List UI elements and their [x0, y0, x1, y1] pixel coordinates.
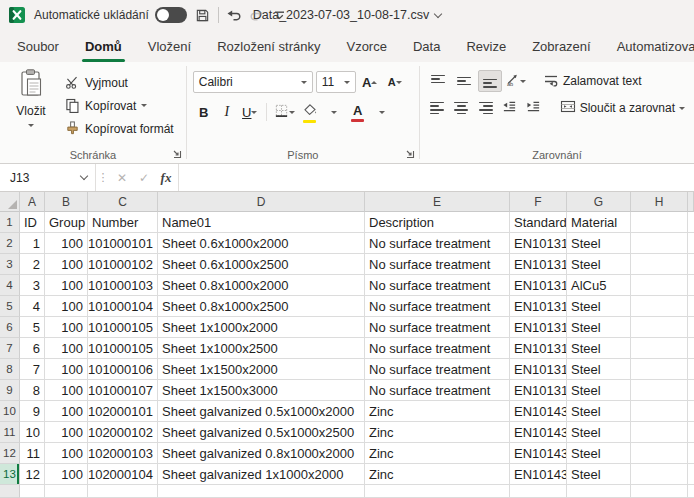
cell-D13[interactable]: Sheet galvanized 1x1000x2000 [158, 464, 365, 485]
cell-E9[interactable]: No surface treatment [365, 380, 510, 401]
cell-A12[interactable]: 11 [20, 443, 45, 464]
cell-E6[interactable]: No surface treatment [365, 317, 510, 338]
copy-dropdown-icon[interactable] [141, 104, 147, 110]
cell-A4[interactable]: 3 [20, 275, 45, 296]
cell-H1[interactable] [631, 212, 688, 233]
column-header-E[interactable]: E [365, 192, 510, 212]
cell-H2[interactable] [631, 233, 688, 254]
cell-H7[interactable] [631, 338, 688, 359]
cell-H10[interactable] [631, 401, 688, 422]
column-header-D[interactable]: D [158, 192, 365, 212]
cell-F13[interactable]: EN10143 [510, 464, 567, 485]
italic-button[interactable]: I [216, 100, 238, 124]
cell-G9[interactable]: Steel [567, 380, 631, 401]
cell-F12[interactable]: EN10143 [510, 443, 567, 464]
cell-F5[interactable]: EN10131 [510, 296, 567, 317]
tab-data[interactable]: Data [400, 30, 453, 62]
orientation-dropdown-icon[interactable] [520, 80, 526, 86]
tab-revize[interactable]: Revize [453, 30, 519, 62]
cell-E5[interactable]: No surface treatment [365, 296, 510, 317]
fill-color-dropdown[interactable] [323, 100, 345, 124]
cell-G5[interactable]: Steel [567, 296, 631, 317]
column-header-C[interactable]: C [88, 192, 158, 212]
cell-B7[interactable]: 100 [45, 338, 88, 359]
cell-B1[interactable]: Group [45, 212, 88, 233]
column-header-A[interactable]: A [20, 192, 45, 212]
cell-E7[interactable]: No surface treatment [365, 338, 510, 359]
cell-A5[interactable]: 4 [20, 296, 45, 317]
cell-F10[interactable]: EN10143 [510, 401, 567, 422]
cell-C12[interactable]: 102000103 [88, 443, 158, 464]
font-name-dropdown-icon[interactable] [301, 81, 307, 87]
autosave-control[interactable]: Automatické ukládání [34, 7, 187, 23]
cell-D14[interactable] [158, 485, 365, 498]
cell-B10[interactable]: 100 [45, 401, 88, 422]
underline-dropdown-icon[interactable] [251, 111, 257, 117]
cell-D7[interactable]: Sheet 1x1000x2500 [158, 338, 365, 359]
column-header-G[interactable]: G [567, 192, 631, 212]
cell-C9[interactable]: 101000107 [88, 380, 158, 401]
cell-H9[interactable] [631, 380, 688, 401]
cell-H6[interactable] [631, 317, 688, 338]
cell-C8[interactable]: 101000106 [88, 359, 158, 380]
row-header-12[interactable]: 12 [0, 443, 20, 464]
cell-B5[interactable]: 100 [45, 296, 88, 317]
row-header-9[interactable]: 9 [0, 380, 20, 401]
align-bottom-button[interactable] [478, 70, 502, 92]
cell-C5[interactable]: 101000104 [88, 296, 158, 317]
redo-icon[interactable] [249, 7, 265, 23]
wrap-text-button[interactable]: Zalamovat text [538, 70, 647, 92]
document-title-chevron-icon[interactable] [434, 9, 442, 17]
cell-C10[interactable]: 102000101 [88, 401, 158, 422]
cell-G12[interactable]: Steel [567, 443, 631, 464]
tab-soubor[interactable]: Soubor [4, 30, 72, 62]
cell-A14[interactable] [20, 485, 45, 498]
cell-G4[interactable]: AlCu5 [567, 275, 631, 296]
font-color-dropdown[interactable] [371, 100, 393, 124]
cell-F14[interactable] [510, 485, 567, 498]
cell-G11[interactable]: Steel [567, 422, 631, 443]
format-painter-button[interactable]: Kopírovat formát [60, 117, 178, 140]
cell-H8[interactable] [631, 359, 688, 380]
cell-E12[interactable]: Zinc [365, 443, 510, 464]
cell-G6[interactable]: Steel [567, 317, 631, 338]
font-size-combobox[interactable]: 11 [316, 71, 356, 93]
cell-D6[interactable]: Sheet 1x1000x2000 [158, 317, 365, 338]
cell-A9[interactable]: 8 [20, 380, 45, 401]
tab-zobrazeni[interactable]: Zobrazení [519, 30, 604, 62]
cell-H3[interactable] [631, 254, 688, 275]
row-header-6[interactable]: 6 [0, 317, 20, 338]
cell-D1[interactable]: Name01 [158, 212, 365, 233]
save-icon[interactable] [195, 7, 211, 23]
customize-qat-icon[interactable] [272, 7, 288, 23]
decrease-font-button[interactable]: A [384, 70, 406, 94]
select-all-corner[interactable] [0, 192, 20, 212]
fill-color-button[interactable] [298, 100, 322, 124]
cell-F3[interactable]: EN10131 [510, 254, 567, 275]
cell-H4[interactable] [631, 275, 688, 296]
cell-A1[interactable]: ID [20, 212, 45, 233]
row-header-13[interactable]: 13 [0, 464, 20, 485]
cell-F8[interactable]: EN10131 [510, 359, 567, 380]
cell-D11[interactable]: Sheet galvanized 0.5x1000x2500 [158, 422, 365, 443]
cell-A6[interactable]: 5 [20, 317, 45, 338]
undo-icon[interactable] [226, 7, 242, 23]
cell-B14[interactable] [45, 485, 88, 498]
column-header-B[interactable]: B [45, 192, 88, 212]
bold-button[interactable]: B [193, 100, 215, 124]
cell-E13[interactable]: Zinc [365, 464, 510, 485]
cell-G10[interactable]: Steel [567, 401, 631, 422]
paste-dropdown-icon[interactable] [28, 124, 34, 130]
borders-button[interactable] [272, 100, 297, 124]
cell-G1[interactable]: Material [567, 212, 631, 233]
merge-center-dropdown-icon[interactable] [679, 107, 685, 113]
tab-automatizovat[interactable]: Automatizovat [604, 30, 694, 62]
cell-B8[interactable]: 100 [45, 359, 88, 380]
copy-button[interactable]: Kopírovat [60, 94, 178, 117]
tab-rozlozeni-stranky[interactable]: Rozložení stránky [204, 30, 333, 62]
cell-E4[interactable]: No surface treatment [365, 275, 510, 296]
cut-button[interactable]: Vyjmout [60, 71, 178, 94]
font-dialog-launcher-icon[interactable] [404, 148, 415, 159]
cell-G8[interactable]: Steel [567, 359, 631, 380]
cell-G14[interactable] [567, 485, 631, 498]
